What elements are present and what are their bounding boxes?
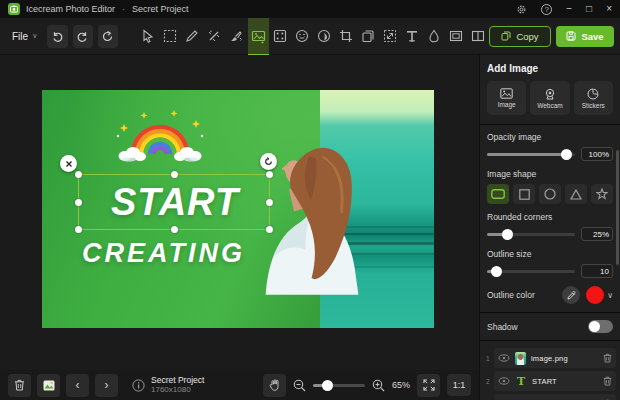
rounded-corners-value[interactable]: 25% [581, 227, 613, 241]
trash-icon[interactable] [603, 353, 612, 363]
shape-star-button[interactable] [591, 184, 613, 204]
zoom-in-icon[interactable] [372, 379, 385, 392]
eyedropper-button[interactable] [562, 286, 580, 304]
close-icon[interactable]: × [606, 4, 612, 14]
shape-square-button[interactable] [513, 184, 535, 204]
outline-size-value[interactable]: 10 [581, 264, 613, 278]
minimize-icon[interactable]: − [566, 4, 572, 14]
zoom-out-icon[interactable] [293, 379, 306, 392]
help-icon[interactable]: ? [541, 4, 552, 15]
tool-magic-wand[interactable] [204, 18, 225, 55]
handle-top-right[interactable] [266, 171, 273, 178]
background-button[interactable] [37, 374, 60, 397]
layer-row-creating[interactable]: 3 T CREATING [494, 394, 616, 400]
redo-button[interactable] [73, 25, 93, 48]
sidebar-scrollbar[interactable] [616, 150, 619, 265]
tool-cursor[interactable] [138, 18, 159, 55]
shape-circle-button[interactable] [539, 184, 561, 204]
background-image-icon [43, 380, 55, 391]
canvas-text-creating[interactable]: CREATING [82, 238, 245, 269]
canvas[interactable]: CREATING START [42, 90, 434, 328]
handle-mid-right[interactable] [266, 199, 273, 206]
chevron-down-icon[interactable]: ∨ [607, 291, 613, 300]
opacity-value[interactable]: 100% [581, 147, 613, 161]
tool-blur[interactable] [424, 18, 445, 55]
actual-size-button[interactable]: 1:1 [447, 374, 471, 396]
delete-page-button[interactable] [8, 374, 31, 397]
tool-pencil[interactable] [182, 18, 203, 55]
shape-triangle-button[interactable] [565, 184, 587, 204]
titlebar: Icecream Photo Editor · Secret Project ?… [0, 0, 620, 18]
star-icon [596, 188, 608, 200]
shape-rounded-rect-button[interactable] [487, 184, 509, 204]
tool-text[interactable] [402, 18, 423, 55]
handle-mid-left[interactable] [75, 199, 82, 206]
rainbow-sticker[interactable] [114, 104, 206, 168]
zoom-slider[interactable] [313, 384, 365, 387]
prev-page-button[interactable]: ‹ [66, 374, 89, 397]
toolbar: File ∨ [0, 18, 620, 55]
tool-frame[interactable] [446, 18, 467, 55]
file-menu-button[interactable]: File ∨ [12, 31, 37, 42]
info-icon [132, 379, 145, 392]
zoom-slider-knob[interactable] [322, 380, 333, 391]
statusbar-project-name: Secret Project [151, 375, 204, 386]
tool-add-image[interactable] [248, 18, 269, 55]
add-image-panel: Add Image Image Webcam Stickers Opacity … [479, 55, 620, 400]
delete-selection-button[interactable] [60, 155, 77, 172]
shadow-toggle[interactable] [588, 320, 613, 333]
next-page-button[interactable]: › [95, 374, 118, 397]
webcam-icon [544, 88, 556, 100]
handle-top-left[interactable] [75, 171, 82, 178]
layer-row-start[interactable]: 2 T START [494, 371, 616, 391]
outline-size-knob[interactable] [491, 266, 502, 277]
tool-strip [137, 18, 489, 55]
rounded-corners-knob[interactable] [502, 229, 513, 240]
panel-title: Add Image [487, 63, 613, 74]
rotate-selection-button[interactable] [260, 153, 277, 170]
chevron-down-icon: ∨ [32, 32, 37, 40]
tool-retouch[interactable] [226, 18, 247, 55]
rounded-corners-slider[interactable] [487, 233, 575, 236]
handle-bottom-mid[interactable] [171, 226, 178, 233]
undo-button[interactable] [47, 25, 67, 48]
girl-cutout[interactable] [264, 130, 406, 328]
outline-color-label: Outline color [487, 290, 562, 300]
pan-tool-button[interactable] [263, 374, 286, 397]
tool-duplicate[interactable] [358, 18, 379, 55]
save-icon [566, 31, 576, 41]
layer-row-image[interactable]: 1 image.png [494, 348, 616, 368]
tool-effects[interactable] [270, 18, 291, 55]
app-logo-icon [8, 3, 20, 15]
save-button[interactable]: Save [556, 26, 614, 47]
fit-screen-button[interactable] [417, 374, 440, 397]
visibility-icon[interactable] [498, 377, 510, 385]
source-webcam-button[interactable]: Webcam [530, 81, 569, 115]
tool-fill[interactable] [314, 18, 335, 55]
opacity-slider[interactable] [487, 153, 575, 156]
gear-icon[interactable] [516, 4, 527, 15]
photo-editor-app: Icecream Photo Editor · Secret Project ?… [0, 0, 620, 400]
source-stickers-button[interactable]: Stickers [574, 81, 613, 115]
copy-button[interactable]: Copy [489, 26, 551, 47]
handle-top-mid[interactable] [171, 171, 178, 178]
selection-box[interactable]: START [78, 174, 270, 230]
tool-stickers[interactable] [292, 18, 313, 55]
tool-selection[interactable] [160, 18, 181, 55]
circle-icon [544, 188, 556, 200]
tool-crop[interactable] [336, 18, 357, 55]
tool-borders[interactable] [468, 18, 489, 55]
handle-bottom-left[interactable] [75, 226, 82, 233]
handle-bottom-right[interactable] [266, 226, 273, 233]
canvas-text-start[interactable]: START [79, 175, 271, 231]
visibility-icon[interactable] [498, 354, 510, 362]
image-icon [500, 88, 513, 99]
trash-icon[interactable] [603, 376, 612, 386]
reset-button[interactable] [98, 25, 118, 48]
maximize-icon[interactable]: □ [586, 4, 592, 14]
outline-size-slider[interactable] [487, 270, 575, 273]
tool-resize[interactable] [380, 18, 401, 55]
outline-color-swatch[interactable] [586, 286, 604, 304]
opacity-slider-knob[interactable] [561, 149, 572, 160]
source-image-button[interactable]: Image [487, 81, 526, 115]
